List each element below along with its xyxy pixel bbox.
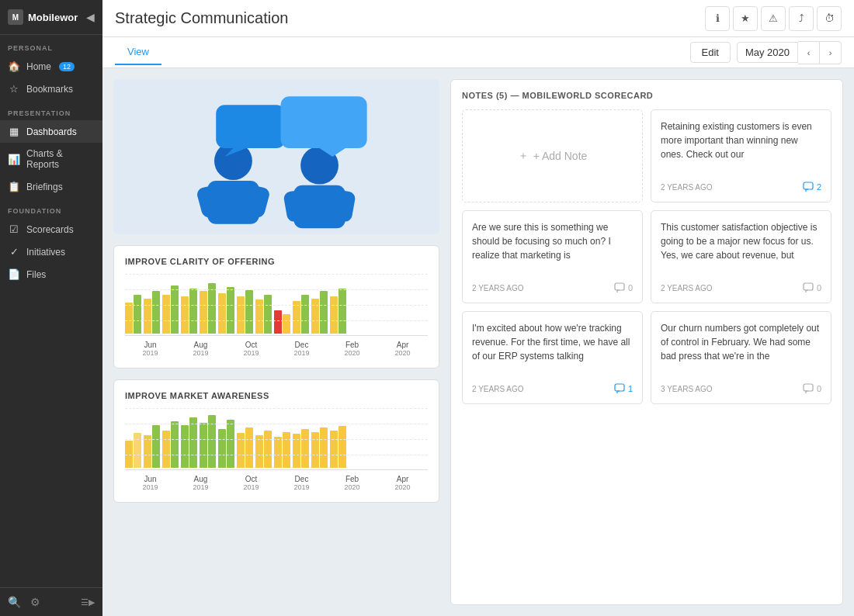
files-icon: 📄 xyxy=(8,268,20,280)
note-card-1[interactable]: Retaining existing customers is even mor… xyxy=(651,109,831,202)
sidebar-item-bookmarks[interactable]: ☆ Bookmarks xyxy=(0,78,102,100)
logo-icon: M xyxy=(8,9,23,25)
bar xyxy=(162,431,170,468)
note-card-3[interactable]: This customer satisfaction objective is … xyxy=(651,210,831,303)
note-text-3: This customer satisfaction objective is … xyxy=(661,220,821,262)
chart-month-label: Jun xyxy=(144,475,156,483)
add-note-label: + Add Note xyxy=(533,150,588,162)
alert-button[interactable]: ⚠ xyxy=(761,6,786,31)
chart-year-label: 2020 xyxy=(394,483,410,491)
comment-count-3: 0 xyxy=(817,283,821,292)
bar-group xyxy=(218,287,234,334)
note-card-5[interactable]: Our churn numbers got completely out of … xyxy=(651,311,831,404)
svg-rect-12 xyxy=(804,182,813,189)
chart-year-label: 2019 xyxy=(243,483,259,491)
chart-year-label: 2020 xyxy=(344,349,359,357)
app-logo[interactable]: M Mobilewor xyxy=(8,9,78,25)
sidebar-item-label: Bookmarks xyxy=(26,84,73,95)
bar-group xyxy=(181,289,197,334)
bar xyxy=(200,291,207,334)
sidebar-item-briefings[interactable]: 📋 Briefings xyxy=(0,175,102,198)
history-button[interactable]: ⏱ xyxy=(817,6,842,31)
bar xyxy=(162,295,170,334)
sidebar-item-home[interactable]: 🏠 Home 12 xyxy=(0,55,102,78)
comment-icon xyxy=(614,282,625,293)
viewbar: View Edit May 2020 ‹ › xyxy=(102,37,854,68)
sidebar-item-files[interactable]: 📄 Files xyxy=(0,263,102,286)
bar-group xyxy=(311,291,328,334)
chart-wrapper-2 xyxy=(125,408,428,470)
prev-month-button[interactable]: ‹ xyxy=(798,41,820,64)
note-comments-3: 0 xyxy=(803,282,821,293)
bar xyxy=(283,314,290,334)
bar xyxy=(293,301,300,334)
settings-icon[interactable]: ⚙ xyxy=(30,596,40,608)
info-button[interactable]: ℹ xyxy=(705,6,730,31)
sidebar-item-charts-reports[interactable]: 📊 Charts & Reports xyxy=(0,143,102,175)
chart-month-label: Oct xyxy=(245,475,258,483)
comment-count-1: 2 xyxy=(817,182,821,192)
bar xyxy=(311,432,319,468)
bar xyxy=(125,303,133,334)
sidebar-item-label: Charts & Reports xyxy=(26,148,95,170)
bar-group xyxy=(200,415,216,468)
svg-rect-16 xyxy=(804,384,813,391)
bar xyxy=(264,295,272,334)
left-column: IMPROVE CLARITY OF OFFERING xyxy=(113,79,439,605)
bar xyxy=(283,432,290,468)
svg-rect-10 xyxy=(281,96,367,148)
bar-group xyxy=(330,289,346,334)
note-footer-1: 2 YEARS AGO 2 xyxy=(661,182,821,192)
chart-label-group: Oct 2019 xyxy=(226,475,276,491)
note-footer-3: 2 YEARS AGO 0 xyxy=(661,282,821,293)
next-month-button[interactable]: › xyxy=(820,41,842,64)
sidebar-item-label: Briefings xyxy=(26,182,63,192)
chart-label-group: Feb 2020 xyxy=(327,475,377,491)
bar-group xyxy=(255,295,272,334)
chart-title-2: IMPROVE MARKET AWARENESS xyxy=(125,391,428,400)
chart-month-label: Apr xyxy=(397,341,409,349)
share-button[interactable]: ⤴ xyxy=(789,6,814,31)
note-card-2[interactable]: Are we sure this is something we should … xyxy=(462,210,643,303)
sidebar-item-scorecards[interactable]: ☑ Scorecards xyxy=(0,218,102,241)
search-icon[interactable]: 🔍 xyxy=(8,596,21,608)
add-note-button[interactable]: ＋ + Add Note xyxy=(462,109,643,202)
note-card-4[interactable]: I'm excited about how we're tracking rev… xyxy=(462,311,643,404)
bar xyxy=(301,429,309,468)
svg-rect-14 xyxy=(804,283,813,290)
note-text-2: Are we sure this is something we should … xyxy=(472,220,633,262)
topbar: Strategic Communication ℹ ★ ⚠ ⤴ ⏱ xyxy=(102,0,854,37)
bar-group xyxy=(125,433,141,468)
chart-labels-1: Jun 2019 Aug 2019 Oct 2019 Dec 2019 xyxy=(125,341,428,357)
month-dropdown[interactable]: May 2020 xyxy=(737,42,798,63)
people-svg xyxy=(113,79,439,234)
bar xyxy=(311,299,319,334)
chart-year-label: 2019 xyxy=(142,483,158,491)
tab-view[interactable]: View xyxy=(115,40,161,65)
bar xyxy=(189,289,197,334)
chart-month-label: Dec xyxy=(295,475,309,483)
bar xyxy=(208,283,216,334)
topbar-icon-group: ℹ ★ ⚠ ⤴ ⏱ xyxy=(705,6,842,31)
bar xyxy=(227,287,234,334)
bar-group xyxy=(144,425,160,468)
sidebar-item-dashboards[interactable]: ▦ Dashboards xyxy=(0,120,102,143)
bar xyxy=(237,433,245,468)
sidebar-item-initiatives[interactable]: ✓ Initiatives xyxy=(0,241,102,263)
comment-count-5: 0 xyxy=(817,384,821,393)
bar xyxy=(301,295,309,334)
chart-label-group: Apr 2020 xyxy=(377,341,428,357)
expand-panel-button[interactable]: ☰▶ xyxy=(81,597,95,607)
chart-label-group: Oct 2019 xyxy=(226,341,276,357)
bar-group xyxy=(181,417,197,468)
hero-illustration xyxy=(113,79,439,234)
chart-month-label: Aug xyxy=(194,341,208,349)
chart-month-label: Aug xyxy=(194,475,208,483)
sidebar-collapse-button[interactable]: ◀ xyxy=(86,11,95,23)
note-text-4: I'm excited about how we're tracking rev… xyxy=(472,321,633,363)
svg-rect-13 xyxy=(615,283,624,290)
star-button[interactable]: ★ xyxy=(733,6,758,31)
bar xyxy=(274,437,282,468)
edit-button[interactable]: Edit xyxy=(690,42,731,63)
bar-group xyxy=(144,291,160,334)
